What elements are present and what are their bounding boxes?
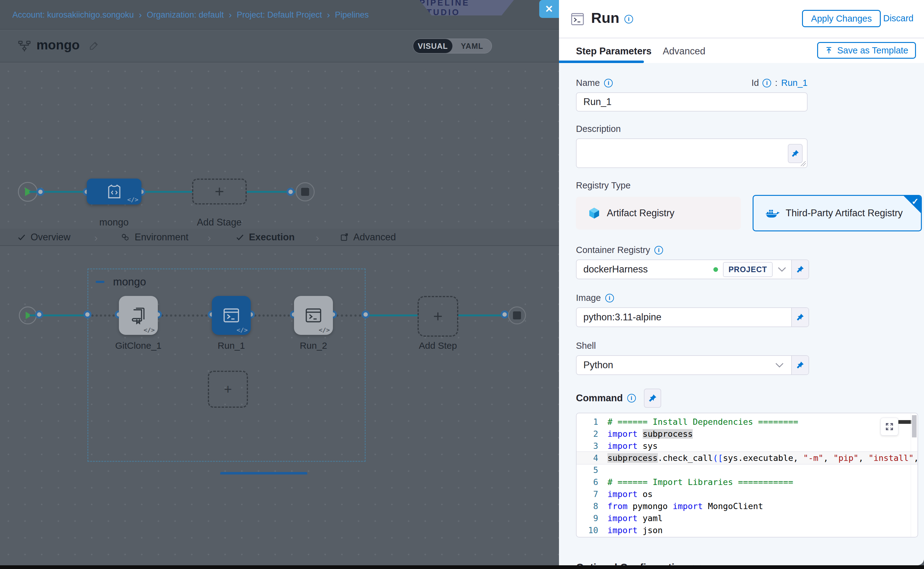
- info-icon[interactable]: i: [627, 394, 636, 403]
- breadcrumb-item[interactable]: Account: kurosakiichigo.songoku: [12, 10, 134, 20]
- breadcrumb-separator: ›: [139, 9, 142, 20]
- command-code-editor[interactable]: 1# ====== Install Dependencies ========2…: [576, 413, 918, 537]
- code-line-7: 7import os: [577, 488, 918, 500]
- bottom-scrollbar[interactable]: [0, 565, 924, 569]
- toggle-visual[interactable]: VISUAL: [413, 39, 453, 53]
- id-value: Run_1: [781, 78, 808, 88]
- container-registry-select[interactable]: dockerHarness PROJECT: [576, 260, 809, 279]
- name-label: Name: [576, 78, 600, 88]
- container-registry-label: Container Registry: [576, 245, 650, 255]
- close-panel-button[interactable]: ✕: [539, 0, 559, 18]
- command-label-row: Command i: [576, 393, 636, 404]
- line-number: 9: [577, 512, 608, 524]
- stage-tab-label: Execution: [249, 232, 295, 243]
- edit-pencil-icon[interactable]: [89, 40, 99, 51]
- panel-body: Name i Id i : Run_1 Run_1 Description: [559, 63, 924, 565]
- line-number: 7: [577, 488, 608, 500]
- stage-tab-label: Environment: [135, 232, 188, 243]
- code-text: subprocess.check_call([sys.executable, "…: [608, 452, 918, 464]
- port: [36, 188, 44, 196]
- image-value: python:3.11-alpine: [584, 312, 661, 323]
- stage-label: mongo: [99, 217, 129, 228]
- info-icon[interactable]: i: [625, 15, 633, 23]
- breadcrumb-separator: ›: [228, 9, 232, 20]
- apply-changes-label: Apply Changes: [811, 14, 872, 24]
- id-label: Id: [751, 78, 759, 88]
- breadcrumb-item[interactable]: Organization: default: [147, 10, 223, 20]
- chevron-down-icon[interactable]: [775, 362, 784, 368]
- apply-changes-button[interactable]: Apply Changes: [802, 10, 881, 27]
- scrollbar-thumb[interactable]: [912, 415, 916, 437]
- discard-button[interactable]: Discard: [881, 13, 915, 24]
- optional-configuration-toggle[interactable]: Optional Configuration: [576, 561, 924, 565]
- collapse-group-icon[interactable]: [96, 281, 104, 283]
- artifact-registry-icon: [588, 207, 601, 220]
- image-label-row: Image i: [576, 293, 924, 303]
- add-step-node[interactable]: +: [418, 296, 458, 337]
- stage-tab-execution[interactable]: Execution: [235, 228, 295, 246]
- name-input[interactable]: Run_1: [576, 92, 808, 111]
- line-number: 10: [577, 524, 608, 536]
- port: [35, 310, 43, 318]
- pipeline-studio-label: PIPELINE STUDIO: [419, 0, 514, 17]
- step-label: Run_2: [300, 341, 327, 351]
- port: [501, 310, 509, 318]
- code-text: from pymongo import MongoClient: [608, 500, 918, 512]
- image-input[interactable]: python:3.11-alpine: [576, 307, 809, 327]
- expand-editor-button[interactable]: [880, 418, 898, 435]
- code-text: # ====== Import Libraries ===========: [608, 476, 918, 488]
- code-badge-icon: </>: [144, 326, 155, 334]
- editor-scrollbar[interactable]: [911, 413, 918, 537]
- resize-handle[interactable]: [801, 161, 806, 166]
- code-line-5: 5: [577, 464, 918, 476]
- shell-select[interactable]: Python: [576, 355, 809, 375]
- port: [84, 310, 91, 318]
- code-line-4: 4subprocess.check_call([sys.executable, …: [577, 452, 918, 464]
- code-line-2: 2import subprocess: [577, 428, 918, 440]
- pin-runtime-input-button[interactable]: [644, 389, 661, 408]
- save-as-template-button[interactable]: Save as Template: [817, 42, 916, 59]
- info-icon[interactable]: i: [605, 294, 614, 303]
- code-line-6: 6# ====== Import Libraries ===========: [577, 476, 918, 488]
- run-step-icon: [570, 12, 585, 27]
- registry-option-artifact[interactable]: Artifact Registry: [576, 197, 741, 230]
- stage-tab-advanced[interactable]: Advanced: [340, 228, 396, 246]
- stage-node-mongo[interactable]: </>: [87, 178, 141, 204]
- pipeline-title-bar: mongo VISUAL YAML: [0, 30, 559, 62]
- pin-runtime-input-button[interactable]: [791, 356, 808, 374]
- plus-icon: +: [433, 308, 442, 324]
- step-node-run-2[interactable]: </>: [294, 296, 333, 335]
- step-node-run-1[interactable]: </>: [212, 296, 251, 335]
- breadcrumb-item[interactable]: Project: Default Project: [237, 10, 322, 20]
- stage-tab-environment[interactable]: Environment: [120, 228, 188, 246]
- group-name: mongo: [113, 275, 146, 288]
- pipeline-icon: [17, 40, 32, 53]
- code-text: import subprocess: [608, 428, 918, 440]
- info-icon[interactable]: i: [763, 79, 771, 87]
- pin-icon: [796, 361, 804, 370]
- step-node-gitclone-1[interactable]: </>: [119, 296, 158, 335]
- pin-runtime-input-button[interactable]: [791, 260, 808, 278]
- info-icon[interactable]: i: [604, 79, 613, 87]
- stage-tab-overview[interactable]: Overview: [17, 228, 70, 246]
- tab-step-parameters[interactable]: Step Parameters: [576, 46, 652, 57]
- add-stage-node[interactable]: +: [192, 178, 247, 204]
- add-parallel-step-node[interactable]: +: [208, 371, 248, 408]
- description-textarea[interactable]: [576, 138, 808, 168]
- breadcrumb: Account: kurosakiichigo.songoku›Organiza…: [12, 0, 369, 30]
- image-label: Image: [576, 293, 601, 303]
- toggle-yaml[interactable]: YAML: [453, 39, 492, 53]
- tab-advanced[interactable]: Advanced: [663, 46, 705, 57]
- fullscreen-icon: [885, 422, 894, 431]
- breadcrumb-item[interactable]: Pipelines: [335, 10, 369, 20]
- registry-option-third-party[interactable]: Third-Party Artifact Registry ✓: [752, 195, 922, 231]
- pin-icon: [648, 394, 657, 403]
- chevron-down-icon[interactable]: [778, 266, 786, 272]
- info-icon[interactable]: i: [654, 246, 663, 254]
- tab-separator-chevron: ›: [316, 232, 319, 244]
- code-text: import os: [608, 488, 918, 500]
- stop-icon: [513, 311, 521, 319]
- pin-runtime-input-button[interactable]: [791, 308, 808, 327]
- pipeline-name: mongo: [36, 38, 80, 53]
- pin-runtime-input-button[interactable]: [788, 144, 802, 163]
